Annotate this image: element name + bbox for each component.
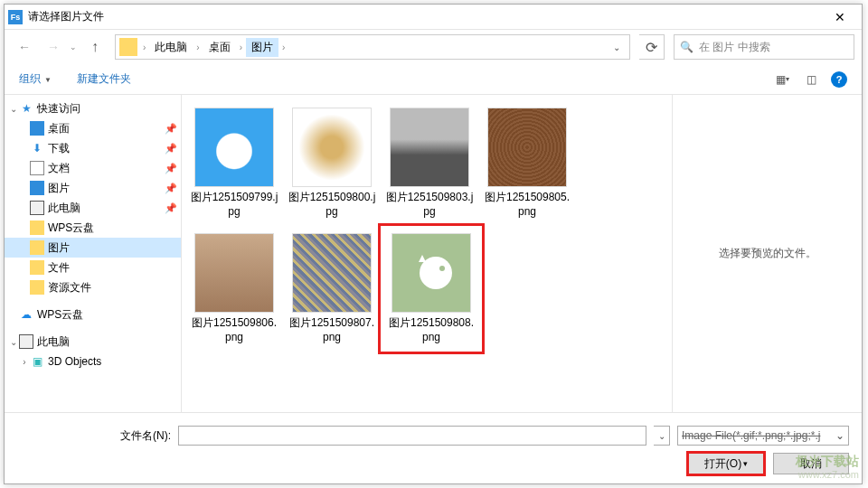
button-row: 打开(O) 取消 <box>17 453 849 474</box>
folder-icon <box>30 260 44 275</box>
chevron-right-icon: › <box>236 42 246 52</box>
breadcrumb-current[interactable]: 图片 <box>246 38 278 57</box>
preview-empty-text: 选择要预览的文件。 <box>719 246 816 261</box>
sidebar-downloads[interactable]: ⬇ 下载 📌 <box>5 138 181 158</box>
up-button[interactable]: ↑ <box>84 36 106 58</box>
organize-menu[interactable]: 组织▼ <box>19 71 52 87</box>
file-item[interactable]: 图片1251509803.jpg <box>382 104 476 222</box>
sidebar-desktop[interactable]: 桌面 📌 <box>5 118 181 138</box>
view-options-icon[interactable]: ▦▾ <box>769 69 795 90</box>
search-input[interactable]: 🔍 在 图片 中搜索 <box>674 34 854 60</box>
document-icon <box>30 161 44 175</box>
folder-icon <box>30 240 44 255</box>
forward-button: → <box>41 35 66 59</box>
download-icon: ⬇ <box>30 141 44 155</box>
preview-pane-icon[interactable]: ◫ <box>798 69 824 90</box>
pc-icon <box>30 201 44 215</box>
sidebar-resources[interactable]: 资源文件 <box>5 277 181 297</box>
sidebar: ⌄ ★ 快速访问 桌面 📌 ⬇ 下载 📌 文档 📌 图片 <box>5 95 182 412</box>
chevron-right-icon: › <box>193 42 203 52</box>
file-item[interactable]: 图片1251509806.png <box>187 230 281 354</box>
desktop-icon <box>30 121 44 136</box>
breadcrumb-dropdown[interactable]: ⌄ <box>606 42 627 52</box>
breadcrumb[interactable]: › 此电脑 › 桌面 › 图片 › ⌄ <box>115 34 630 60</box>
open-button[interactable]: 打开(O) <box>688 453 764 474</box>
history-dropdown[interactable]: ⌄ <box>70 42 80 52</box>
filename-row: 文件名(N): ⌄ Image File(*.gif;*.png;*.jpg;*… <box>17 426 849 446</box>
thumbnail <box>390 108 469 187</box>
chevron-down-icon[interactable]: ⌄ <box>8 337 19 347</box>
titlebar: Fs 请选择图片文件 ✕ <box>5 5 862 30</box>
thumbnail <box>292 108 372 187</box>
file-type-filter[interactable]: Image File(*.gif;*.png;*.jpg;*.j <box>677 426 849 446</box>
file-item[interactable]: 图片1251509799.jpg <box>187 104 281 222</box>
file-open-dialog: Fs 请选择图片文件 ✕ ← → ⌄ ↑ › 此电脑 › 桌面 › 图片 › ⌄… <box>4 4 863 484</box>
pin-icon: 📌 <box>165 202 177 214</box>
file-item[interactable]: 图片1251509808.png <box>384 230 478 348</box>
folder-icon <box>30 221 44 235</box>
sidebar-3d-objects[interactable]: › ▣ 3D Objects <box>5 352 181 371</box>
new-folder-button[interactable]: 新建文件夹 <box>77 71 131 87</box>
pictures-icon <box>30 181 44 195</box>
sidebar-files[interactable]: 文件 <box>5 258 181 277</box>
folder-icon <box>119 38 137 56</box>
titlebar-text: 请选择图片文件 <box>28 9 822 24</box>
thumbnail <box>194 233 274 313</box>
search-icon: 🔍 <box>680 41 693 53</box>
back-button[interactable]: ← <box>12 35 37 59</box>
preview-pane: 选择要预览的文件。 <box>672 95 862 412</box>
filename-input[interactable] <box>178 426 646 446</box>
thumbnail <box>487 108 567 187</box>
sidebar-images-selected[interactable]: 图片 <box>5 238 181 258</box>
file-item[interactable]: 图片1251509807.png <box>285 230 379 354</box>
pin-icon: 📌 <box>165 123 177 135</box>
folder-icon <box>30 280 44 295</box>
highlighted-file: 图片1251509808.png <box>378 223 485 354</box>
filename-label: 文件名(N): <box>17 428 171 444</box>
sidebar-quick-access[interactable]: ⌄ ★ 快速访问 <box>5 99 181 118</box>
sidebar-documents[interactable]: 文档 📌 <box>5 158 181 178</box>
pin-icon: 📌 <box>165 143 177 155</box>
chevron-right-icon: › <box>278 42 288 52</box>
sidebar-this-pc-quick[interactable]: 此电脑 📌 <box>5 198 181 218</box>
svg-point-1 <box>439 266 445 271</box>
cloud-icon: ☁ <box>19 307 33 322</box>
sidebar-wps-cloud[interactable]: ☁ WPS云盘 <box>5 305 181 324</box>
app-icon: Fs <box>8 10 23 24</box>
chevron-right-icon[interactable]: › <box>19 357 30 367</box>
breadcrumb-desktop[interactable]: 桌面 <box>203 38 236 57</box>
body-area: ⌄ ★ 快速访问 桌面 📌 ⬇ 下载 📌 文档 📌 图片 <box>5 95 862 412</box>
close-button[interactable]: ✕ <box>822 6 858 28</box>
pc-icon <box>19 334 33 349</box>
help-icon[interactable]: ? <box>831 71 847 88</box>
sidebar-pictures[interactable]: 图片 📌 <box>5 178 181 198</box>
chevron-right-icon: › <box>139 42 149 52</box>
file-grid[interactable]: 图片1251509799.jpg 图片1251509800.jpg 图片1251… <box>182 95 672 412</box>
file-item[interactable]: 图片1251509800.jpg <box>285 104 379 222</box>
cube-icon: ▣ <box>30 354 44 369</box>
content-area: 图片1251509799.jpg 图片1251509800.jpg 图片1251… <box>182 95 862 412</box>
pin-icon: 📌 <box>165 183 177 194</box>
thumbnail <box>292 233 372 313</box>
cancel-button[interactable]: 取消 <box>773 453 849 474</box>
filename-dropdown[interactable]: ⌄ <box>654 426 670 446</box>
sidebar-wps-cloud-quick[interactable]: WPS云盘 <box>5 218 181 238</box>
thumbnail <box>194 108 274 187</box>
refresh-button[interactable]: ⟳ <box>639 34 665 60</box>
breadcrumb-this-pc[interactable]: 此电脑 <box>149 38 193 57</box>
file-item[interactable]: 图片1251509805.png <box>480 104 574 222</box>
search-placeholder: 在 图片 中搜索 <box>699 40 770 55</box>
sidebar-this-pc[interactable]: ⌄ 此电脑 <box>5 332 181 352</box>
toolbar: 组织▼ 新建文件夹 ▦▾ ◫ ? <box>5 64 862 95</box>
pin-icon: 📌 <box>165 163 177 174</box>
chevron-down-icon[interactable]: ⌄ <box>8 104 19 114</box>
star-icon: ★ <box>19 101 33 116</box>
thumbnail <box>392 233 471 313</box>
bottom-area: 文件名(N): ⌄ Image File(*.gif;*.png;*.jpg;*… <box>5 412 862 483</box>
navbar: ← → ⌄ ↑ › 此电脑 › 桌面 › 图片 › ⌄ ⟳ 🔍 在 图片 中搜索 <box>5 30 862 64</box>
